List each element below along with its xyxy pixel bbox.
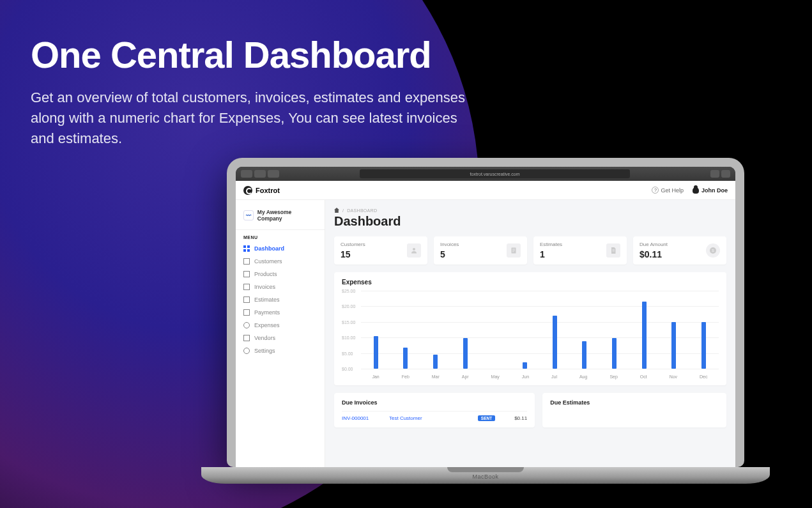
company-selector[interactable]: 〰 My Awesome Company xyxy=(236,206,325,230)
app-name: Foxtrot xyxy=(256,187,280,194)
app-logo[interactable]: Foxtrot xyxy=(243,186,280,195)
stat-card-invoices[interactable]: Invoices 5 xyxy=(434,236,527,265)
chart-gridline xyxy=(361,369,719,369)
hero-title: One Central Dashboard xyxy=(31,33,491,76)
due-amount-card-icon: $ xyxy=(706,243,720,258)
expenses-chart: $25.00$20.00$15.00$10.00$5.00$0.00 JanFe… xyxy=(342,291,719,379)
chart-y-tick: $0.00 xyxy=(342,367,353,371)
vendors-icon xyxy=(243,335,250,341)
user-name: John Doe xyxy=(701,187,728,194)
chart-bar[interactable] xyxy=(553,316,557,369)
browser-sidebar-button[interactable] xyxy=(268,170,279,178)
breadcrumb-current: DASHBOARD xyxy=(347,208,377,213)
main-content: / DASHBOARD Dashboard Customers 15 xyxy=(325,200,735,467)
stat-value: 15 xyxy=(341,249,365,259)
chart-y-tick: $10.00 xyxy=(342,335,355,340)
browser-forward-button[interactable] xyxy=(254,170,266,178)
sidebar-item-customers[interactable]: Customers xyxy=(236,255,325,268)
sidebar-item-label: Dashboard xyxy=(254,245,284,252)
chart-bar[interactable] xyxy=(582,341,586,369)
hero-subtitle: Get an overview of total customers, invo… xyxy=(31,88,491,149)
chart-bar[interactable] xyxy=(463,338,468,369)
payments-icon xyxy=(243,309,250,316)
browser-address-bar[interactable]: foxtrot.varuscreative.com xyxy=(360,169,630,178)
chart-bar[interactable] xyxy=(523,362,527,369)
settings-icon xyxy=(243,348,250,354)
chart-x-tick: Aug xyxy=(579,374,587,379)
chart-x-tick: Apr xyxy=(462,374,469,379)
expenses-chart-card: Expenses $25.00$20.00$15.00$10.00$5.00$0… xyxy=(334,272,726,385)
chart-title: Expenses xyxy=(342,279,719,286)
sidebar-item-estimates[interactable]: Estimates xyxy=(236,293,325,306)
chart-bar[interactable] xyxy=(403,348,408,369)
stat-label: Due Amount xyxy=(640,242,668,247)
invoice-customer[interactable]: Test Customer xyxy=(389,415,471,421)
chart-x-tick: Nov xyxy=(670,374,677,379)
device-brand: MacBook xyxy=(472,473,498,480)
menu-section-label: MENU xyxy=(236,230,325,242)
chart-x-tick: Feb xyxy=(402,374,410,379)
browser-share-button[interactable] xyxy=(710,170,719,178)
chart-x-tick: Jan xyxy=(372,374,379,379)
top-bar: Foxtrot ? Get Help John Doe xyxy=(236,181,735,200)
chart-bar[interactable] xyxy=(671,322,676,369)
chart-bar[interactable] xyxy=(433,355,438,369)
help-icon: ? xyxy=(652,187,659,194)
chart-bar[interactable] xyxy=(642,302,647,369)
customers-icon xyxy=(243,258,250,265)
stat-value: $0.11 xyxy=(640,249,668,259)
device-base: MacBook xyxy=(201,467,770,484)
sidebar-item-settings[interactable]: Settings xyxy=(236,344,325,357)
invoice-row[interactable]: INV-000001 Test Customer SENT $0.11 xyxy=(342,411,527,421)
invoice-status-badge: SENT xyxy=(478,415,495,421)
svg-rect-5 xyxy=(613,250,615,250)
home-icon[interactable] xyxy=(334,208,339,213)
browser-url: foxtrot.varuscreative.com xyxy=(470,172,519,176)
stat-value: 1 xyxy=(540,249,562,259)
customers-card-icon xyxy=(407,243,421,258)
chart-bar[interactable] xyxy=(374,336,378,369)
breadcrumb: / DASHBOARD xyxy=(334,208,726,213)
chart-x-tick: Mar xyxy=(432,374,440,379)
sidebar-item-dashboard[interactable]: Dashboard xyxy=(236,242,325,255)
chart-x-tick: Jun xyxy=(522,374,529,379)
stat-card-estimates[interactable]: Estimates 1 xyxy=(533,236,627,265)
stat-value: 5 xyxy=(440,249,459,259)
stat-card-due-amount[interactable]: Due Amount $0.11 $ xyxy=(633,236,726,265)
device-mockup: foxtrot.varuscreative.com Foxtrot ? xyxy=(227,158,744,484)
stat-label: Invoices xyxy=(440,242,459,247)
sidebar-item-products[interactable]: Products xyxy=(236,268,325,281)
chart-bar[interactable] xyxy=(701,322,706,369)
app-viewport: Foxtrot ? Get Help John Doe xyxy=(236,181,735,467)
expenses-icon xyxy=(243,322,250,328)
svg-rect-6 xyxy=(613,251,615,252)
sidebar-item-label: Estimates xyxy=(254,296,280,303)
stat-card-customers[interactable]: Customers 15 xyxy=(334,236,427,265)
stat-cards: Customers 15 Invoices 5 xyxy=(334,236,726,265)
chart-x-tick: Oct xyxy=(640,374,647,379)
chart-x-tick: Dec xyxy=(700,374,707,379)
due-estimates-title: Due Estimates xyxy=(550,399,719,406)
chart-y-tick: $15.00 xyxy=(342,319,355,324)
get-help-link[interactable]: ? Get Help xyxy=(652,187,684,194)
chart-x-tick: May xyxy=(491,374,500,379)
estimates-card-icon xyxy=(606,243,620,258)
sidebar-item-vendors[interactable]: Vendors xyxy=(236,332,325,344)
sidebar-item-label: Products xyxy=(254,271,277,277)
browser-chrome: foxtrot.varuscreative.com xyxy=(236,167,735,181)
sidebar-item-label: Payments xyxy=(254,309,280,316)
sidebar-item-payments[interactable]: Payments xyxy=(236,306,325,319)
invoice-id[interactable]: INV-000001 xyxy=(342,415,383,421)
dashboard-icon xyxy=(243,245,250,252)
chart-bar[interactable] xyxy=(612,338,617,369)
browser-back-button[interactable] xyxy=(241,170,252,178)
invoice-amount: $0.11 xyxy=(502,415,527,421)
browser-tabs-button[interactable] xyxy=(721,170,730,178)
estimates-icon xyxy=(243,296,250,303)
sidebar-item-invoices[interactable]: Invoices xyxy=(236,281,325,293)
sidebar-item-label: Settings xyxy=(254,348,275,354)
company-logo-icon: 〰 xyxy=(243,210,254,220)
svg-rect-4 xyxy=(512,252,514,252)
user-menu[interactable]: John Doe xyxy=(693,187,728,194)
sidebar-item-expenses[interactable]: Expenses xyxy=(236,319,325,332)
